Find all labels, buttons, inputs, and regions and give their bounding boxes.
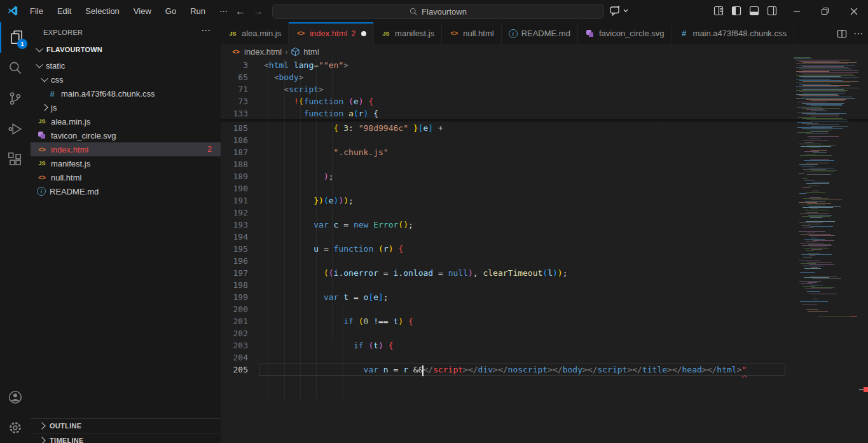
copilot-chat-button[interactable] [609,5,628,17]
dirty-dot-icon[interactable] [361,31,366,36]
code-line-204[interactable]: 204 [221,351,785,364]
explorer-icon[interactable]: 1 [0,22,32,53]
settings-gear-icon[interactable] [0,412,31,443]
minimap-line [803,257,812,257]
code-line-201[interactable]: 201 if (0 !== t) { [221,315,785,327]
breadcrumb-file[interactable]: index.html [244,47,282,57]
line-number: 188 [221,158,248,170]
code-line-186[interactable]: 186 [221,134,785,146]
minimap[interactable] [790,54,862,334]
js-file-icon: JS [37,116,47,126]
folder-css[interactable]: css [31,72,221,86]
minimap-error-fragment [851,317,857,317]
code-line-185[interactable]: 185 { 3: "98d9946c" }[e] + [221,122,785,134]
js-file-icon: JS [381,29,391,39]
tree-item-label: favicon_circle.svg [51,131,116,140]
code-line-73[interactable]: 73 !(function (e) { [221,95,785,107]
section-outline[interactable]: OUTLINE [31,418,221,433]
run-debug-icon[interactable] [0,114,31,144]
breadcrumb-symbol[interactable]: html [303,47,319,57]
code-line-3[interactable]: 3<html lang=""en"> [221,59,785,71]
extensions-icon[interactable] [0,144,31,175]
minimize-button[interactable] [782,0,811,22]
minimap-line [806,133,828,134]
line-number: 185 [221,122,248,134]
file-null.html[interactable]: <>null.html [31,170,221,184]
line-number: 189 [221,170,248,182]
customize-layout-icon[interactable] [713,6,724,16]
code-line-195[interactable]: 195 u = function (r) { [221,243,785,255]
editor-more-actions[interactable]: ⋯ [853,28,863,39]
menu-selection[interactable]: Selection [78,0,126,22]
source-control-icon[interactable] [0,83,31,114]
search-view-icon[interactable] [0,53,31,83]
file-favicon_circle.svg[interactable]: favicon_circle.svg [31,128,221,142]
line-number: 3 [221,59,248,71]
tab-manifest.js[interactable]: JSmanifest.js [374,22,442,44]
file-main.a473f648.chunk.css[interactable]: #main.a473f648.chunk.css [31,86,221,100]
folder-js[interactable]: js [31,100,221,114]
code-line-193[interactable]: 193 var c = new Error(); [221,219,785,231]
toggle-panel-icon[interactable] [749,6,759,16]
minimap-line [810,217,822,218]
code-line-71[interactable]: 71 <script> [221,83,785,95]
nav-forward-button[interactable]: → [253,6,263,17]
minimap-line [801,254,832,255]
code-line-192[interactable]: 192 [221,207,785,219]
code-line-203[interactable]: 203 if (t) { [221,339,785,351]
code-line-194[interactable]: 194 [221,231,785,243]
folder-static[interactable]: static [31,58,221,72]
command-center-search[interactable]: Flavourtown [272,4,604,19]
md-file-icon: i [509,29,518,38]
tab-favicon_circle.svg[interactable]: favicon_circle.svg [578,22,672,44]
restore-button[interactable] [811,0,839,22]
menu-run[interactable]: Run [183,0,212,22]
code-line-65[interactable]: 65 <body> [221,71,785,83]
tab-alea.min.js[interactable]: JSalea.min.js [221,22,289,44]
code-line-198[interactable]: 198 [221,279,785,291]
file-alea.min.js[interactable]: JSalea.min.js [31,114,221,128]
file-manifest.js[interactable]: JSmanifest.js [31,156,221,170]
tab-null.html[interactable]: <>null.html [442,22,501,44]
toggle-primary-sidebar-icon[interactable] [731,6,741,16]
file-README.md[interactable]: iREADME.md [31,184,221,198]
close-window-button[interactable] [839,0,868,22]
sidebar-more-actions[interactable]: ⋯ [201,25,210,36]
code-line-205[interactable]: 205 var n = r &&</script></div></noscrip… [221,364,785,376]
split-editor-icon[interactable] [837,29,847,39]
workspace-root-row[interactable]: FLAVOURTOWN [31,43,221,57]
css-file-icon: # [47,88,57,99]
tab-index.html[interactable]: <>index.html2 [289,22,374,44]
tab-README.md[interactable]: iREADME.md [502,22,578,44]
chat-icon [609,5,621,17]
tab-main.a473f648.chunk.css[interactable]: #main.a473f648.chunk.css [672,22,794,44]
code-line-188[interactable]: 188 [221,158,785,170]
account-icon[interactable] [0,382,31,412]
code-line-200[interactable]: 200 [221,303,785,315]
menu-file[interactable]: File [23,0,50,22]
minimap-line [808,311,828,312]
file-index.html[interactable]: <>index.html2 [31,142,221,156]
code-line-202[interactable]: 202 [221,327,785,339]
section-timeline[interactable]: TIMELINE [31,433,221,443]
code-line-196[interactable]: 196 [221,255,785,267]
code-line-189[interactable]: 189 ); [221,170,785,182]
code-line-191[interactable]: 191 })(e))); [221,194,785,207]
menu-go[interactable]: Go [158,0,183,22]
tree-item-label: manifest.js [51,159,90,168]
toggle-secondary-sidebar-icon[interactable] [767,6,777,16]
problems-badge: 2 [207,145,212,154]
line-number: 200 [221,303,248,315]
code-line-187[interactable]: 187 ".chunk.js" [221,146,785,158]
menu-edit[interactable]: Edit [50,0,78,22]
menu-more[interactable]: ⋯ [212,0,235,22]
code-line-133[interactable]: 133 function a(r) { [221,107,785,119]
menu-view[interactable]: View [127,0,158,22]
line-content: if (t) { [264,339,394,351]
nav-back-button[interactable]: ← [235,6,245,17]
code-line-199[interactable]: 199 var t = o[e]; [221,291,785,303]
code-line-197[interactable]: 197 ((i.onerror = i.onload = null), clea… [221,267,785,279]
tab-label: index.html [310,29,347,38]
tree-item-label: js [51,103,57,112]
code-line-190[interactable]: 190 [221,182,785,194]
